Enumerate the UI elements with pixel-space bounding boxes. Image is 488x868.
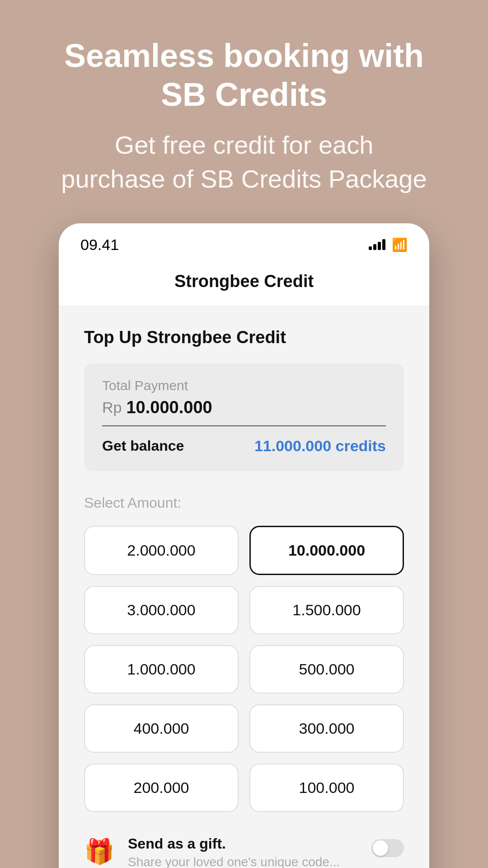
gift-title: Send as a gift.	[128, 835, 358, 852]
hero-subtitle: Get free credit for eachpurchase of SB C…	[18, 128, 470, 196]
gift-toggle[interactable]	[371, 839, 404, 857]
card-header: Strongbee Credit	[59, 259, 429, 306]
hero-section: Seamless booking withSB Credits Get free…	[0, 0, 488, 223]
amount-btn-2000000[interactable]: 2.000.000	[84, 526, 239, 575]
amount-btn-300000[interactable]: 300.000	[249, 704, 404, 753]
amount-btn-10000000[interactable]: 10.000.000	[249, 526, 404, 575]
amount-btn-200000[interactable]: 200.000	[84, 764, 239, 812]
gift-section: 🎁 Send as a gift. Share your loved one's…	[84, 835, 404, 868]
payment-amount-row: Rp 10.000.000	[102, 398, 386, 426]
card-body: Top Up Strongbee Credit Total Payment Rp…	[59, 306, 429, 868]
wifi-icon: 📶	[392, 237, 408, 252]
payment-currency: Rp	[102, 399, 122, 416]
signal-icon	[369, 239, 385, 250]
status-icons: 📶	[369, 237, 408, 252]
select-amount-label: Select Amount:	[84, 495, 404, 511]
amount-grid: 2.000.000 10.000.000 3.000.000 1.500.000…	[84, 526, 404, 812]
gift-icon: 🎁	[84, 837, 114, 866]
amount-btn-3000000[interactable]: 3.000.000	[84, 586, 239, 634]
balance-label: Get balance	[102, 438, 184, 454]
amount-btn-100000[interactable]: 100.000	[249, 764, 404, 812]
balance-row: Get balance 11.000.000 credits	[102, 437, 386, 455]
status-time: 09.41	[80, 236, 119, 254]
payment-amount: 10.000.000	[126, 398, 212, 417]
status-bar: 09.41 📶	[59, 223, 429, 259]
amount-btn-1000000[interactable]: 1.000.000	[84, 645, 239, 693]
payment-box: Total Payment Rp 10.000.000 Get balance …	[84, 363, 404, 471]
amount-btn-400000[interactable]: 400.000	[84, 704, 239, 753]
gift-toggle-knob	[373, 840, 388, 856]
amount-btn-1500000[interactable]: 1.500.000	[249, 586, 404, 634]
section-title: Top Up Strongbee Credit	[84, 328, 404, 347]
gift-subtitle: Share your loved one's unique code...	[128, 855, 358, 868]
phone-card: 09.41 📶 Strongbee Credit Top Up Strongbe…	[59, 223, 429, 868]
amount-btn-500000[interactable]: 500.000	[249, 645, 404, 693]
card-title: Strongbee Credit	[174, 272, 314, 291]
balance-value: 11.000.000 credits	[254, 437, 386, 455]
payment-label: Total Payment	[102, 378, 386, 393]
hero-title: Seamless booking withSB Credits	[18, 36, 470, 114]
gift-text: Send as a gift. Share your loved one's u…	[128, 835, 358, 868]
